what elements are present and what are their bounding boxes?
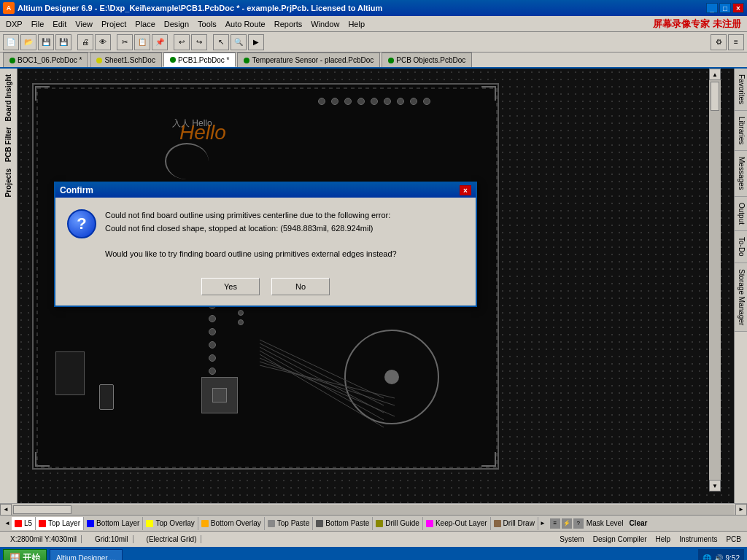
tab-boc106[interactable]: BOC1_06.PcbDoc *: [3, 52, 88, 67]
menu-edit[interactable]: Edit: [48, 18, 71, 30]
system-tray: 🌐 🔊 9:52: [698, 549, 744, 560]
maximize-button[interactable]: □: [719, 3, 731, 13]
toolbar-saveall[interactable]: 💾: [55, 34, 71, 50]
toolbar-preview[interactable]: 👁: [95, 34, 111, 50]
sidebar-storage[interactable]: Storage Manager: [735, 263, 747, 332]
vertical-scrollbar[interactable]: ▲ ▼: [709, 69, 721, 491]
toolbar-save[interactable]: 💾: [38, 34, 54, 50]
tab-label-pcbobjects: PCB Objects.PcbDoc: [396, 56, 465, 64]
scroll-track[interactable]: [709, 80, 721, 480]
toolbar-copy[interactable]: 📋: [134, 34, 150, 50]
toolbar-undo[interactable]: ↩: [174, 34, 190, 50]
menu-tools[interactable]: Tools: [193, 18, 221, 30]
layer-icon1[interactable]: ≡: [550, 518, 560, 529]
left-sidebar: Board Insight PCB Filter Projects: [0, 69, 18, 503]
layer-top-paste[interactable]: Top Paste: [265, 517, 313, 530]
status-instruments[interactable]: Instruments: [679, 535, 717, 543]
layer-name-drill-guide: Drill Guide: [385, 519, 419, 527]
sidebar-pcb-filter[interactable]: PCB Filter: [4, 124, 12, 165]
toolbar-extra1[interactable]: ⚙: [711, 34, 727, 50]
status-design-compiler[interactable]: Design Compiler: [593, 535, 647, 543]
tab-dot-tempsensor: [244, 58, 249, 63]
clear-button[interactable]: Clear: [626, 518, 650, 528]
dialog-close-button[interactable]: ×: [460, 185, 471, 195]
layer-bottom-paste[interactable]: Bottom Paste: [313, 517, 373, 530]
tab-label-sheet1: Sheet1.SchDoc: [104, 56, 155, 64]
comp-l51: [55, 351, 85, 395]
toolbar-select[interactable]: ↖: [213, 34, 229, 50]
h-scroll-thumb[interactable]: [13, 505, 71, 514]
menu-view[interactable]: View: [71, 18, 97, 30]
layer-l5[interactable]: L5: [12, 517, 36, 530]
scroll-right-button[interactable]: ►: [735, 504, 747, 516]
menu-design[interactable]: Design: [160, 18, 193, 30]
toolbar-redo[interactable]: ↪: [191, 34, 207, 50]
menu-help[interactable]: Help: [344, 18, 369, 30]
layer-icons: ≡ ⚡ ?: [550, 518, 584, 529]
sidebar-output[interactable]: Output: [735, 197, 747, 231]
toolbar-extra2[interactable]: ≡: [728, 34, 744, 50]
comp-u2: [201, 377, 238, 413]
tab-sheet1[interactable]: Sheet1.SchDoc: [90, 52, 162, 67]
layer-dot-drill-guide: [376, 520, 383, 527]
no-button[interactable]: No: [271, 278, 330, 295]
layer-scroll-right[interactable]: ►: [540, 520, 546, 526]
tab-pcb1[interactable]: PCB1.PcbDoc *: [163, 52, 236, 67]
menu-dxp[interactable]: DXP: [1, 18, 27, 30]
layer-drill-draw[interactable]: Drill Draw: [491, 517, 538, 530]
tab-label-tempsensor: Temperature Sensor - placed.PcbDoc: [252, 56, 374, 64]
clock: 9:52: [726, 554, 740, 561]
layer-dot-bottom-overlay: [201, 520, 209, 527]
menu-reports[interactable]: Reports: [270, 18, 307, 30]
sidebar-messages[interactable]: Messages: [735, 151, 747, 197]
toolbar-run[interactable]: ▶: [248, 34, 264, 50]
close-button[interactable]: ×: [732, 3, 744, 13]
tray-volume: 🔊: [714, 554, 723, 561]
layer-icon2[interactable]: ⚡: [562, 518, 572, 529]
pcb-canvas[interactable]: 入人 Hello Hello: [18, 69, 734, 503]
toolbar-open[interactable]: 📂: [20, 34, 36, 50]
layer-name-bottom: Bottom Layer: [96, 519, 139, 527]
scroll-down-button[interactable]: ▼: [709, 480, 721, 491]
toolbar-cut[interactable]: ✂: [117, 34, 133, 50]
sidebar-projects[interactable]: Projects: [4, 166, 12, 200]
menu-project[interactable]: Project: [97, 18, 131, 30]
sidebar-board-insight[interactable]: Board Insight: [4, 71, 12, 124]
layer-drill-guide[interactable]: Drill Guide: [373, 517, 423, 530]
toolbar-zoom[interactable]: 🔍: [231, 34, 247, 50]
tab-pcbobjects[interactable]: PCB Objects.PcbDoc: [382, 52, 472, 67]
layer-dot-bottom-paste: [316, 520, 323, 527]
scroll-thumb[interactable]: [711, 82, 719, 111]
scroll-up-button[interactable]: ▲: [709, 69, 721, 80]
menu-window[interactable]: Window: [306, 18, 344, 30]
layer-scroll-left[interactable]: ◄: [4, 520, 10, 526]
layer-top-overlay[interactable]: Top Overlay: [143, 517, 198, 530]
toolbar-paste[interactable]: 📌: [152, 34, 168, 50]
taskbar-altium[interactable]: Altium Designer ...: [50, 549, 123, 560]
scroll-left-button[interactable]: ◄: [0, 504, 12, 516]
layer-bottom-overlay[interactable]: Bottom Overlay: [198, 517, 265, 530]
yes-button[interactable]: Yes: [201, 278, 260, 295]
layer-keepout[interactable]: Keep-Out Layer: [423, 517, 491, 530]
question-icon: ?: [67, 209, 96, 238]
menu-place[interactable]: Place: [131, 18, 160, 30]
layer-icon3[interactable]: ?: [573, 518, 584, 529]
h-scroll-track[interactable]: [12, 505, 735, 515]
app-icon: A: [3, 2, 15, 14]
status-help[interactable]: Help: [656, 535, 671, 543]
menu-autoroute[interactable]: Auto Route: [221, 18, 270, 30]
toolbar-print[interactable]: 🖨: [77, 34, 93, 50]
sidebar-todo[interactable]: To-Do: [735, 231, 747, 263]
sidebar-libraries[interactable]: Libraries: [735, 111, 747, 151]
tab-dot-pcb1: [170, 57, 176, 63]
sidebar-favorites[interactable]: Favorites: [735, 69, 747, 111]
status-pcb[interactable]: PCB: [726, 535, 741, 543]
minimize-button[interactable]: _: [706, 3, 718, 13]
status-system[interactable]: System: [560, 535, 584, 543]
tab-tempsensor[interactable]: Temperature Sensor - placed.PcbDoc: [237, 52, 380, 67]
toolbar-new[interactable]: 📄: [3, 34, 19, 50]
layer-bottom[interactable]: Bottom Layer: [84, 517, 143, 530]
menu-file[interactable]: File: [27, 18, 49, 30]
layer-top[interactable]: Top Layer: [36, 517, 84, 530]
start-button[interactable]: 🪟 开始: [3, 549, 47, 560]
